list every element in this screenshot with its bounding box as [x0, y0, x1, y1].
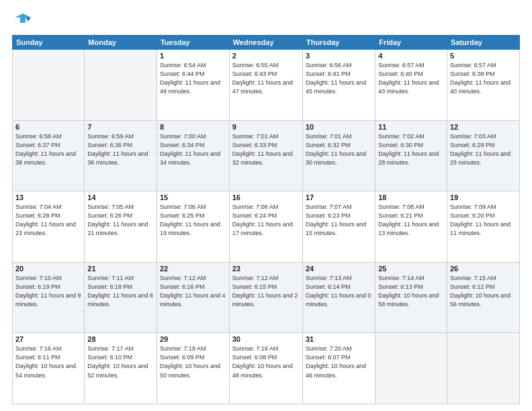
weekday-header: Monday — [85, 36, 157, 50]
calendar-cell: 2Sunrise: 6:55 AM Sunset: 6:43 PM Daylig… — [229, 50, 302, 121]
day-info: Sunrise: 7:18 AM Sunset: 6:09 PM Dayligh… — [160, 345, 226, 379]
day-info: Sunrise: 7:19 AM Sunset: 6:08 PM Dayligh… — [232, 345, 300, 379]
calendar-cell: 7Sunrise: 6:59 AM Sunset: 6:36 PM Daylig… — [85, 120, 157, 191]
day-number: 28 — [87, 335, 154, 343]
calendar-cell: 26Sunrise: 7:15 AM Sunset: 6:12 PM Dayli… — [447, 262, 519, 333]
day-info: Sunrise: 6:55 AM Sunset: 6:43 PM Dayligh… — [232, 61, 300, 96]
day-info: Sunrise: 7:00 AM Sunset: 6:34 PM Dayligh… — [160, 132, 226, 167]
weekday-header: Saturday — [447, 36, 519, 50]
logo-bird-icon — [13, 11, 32, 30]
page: SundayMondayTuesdayWednesdayThursdayFrid… — [0, 0, 532, 411]
calendar-cell: 24Sunrise: 7:13 AM Sunset: 6:14 PM Dayli… — [302, 262, 375, 333]
day-number: 7 — [87, 123, 154, 131]
day-number: 24 — [306, 265, 372, 273]
day-info: Sunrise: 7:15 AM Sunset: 6:12 PM Dayligh… — [450, 274, 517, 309]
day-number: 2 — [232, 52, 300, 60]
calendar-cell: 28Sunrise: 7:17 AM Sunset: 6:10 PM Dayli… — [85, 333, 157, 404]
day-number: 10 — [306, 123, 372, 131]
day-info: Sunrise: 6:58 AM Sunset: 6:37 PM Dayligh… — [15, 132, 81, 167]
calendar-cell: 16Sunrise: 7:06 AM Sunset: 6:24 PM Dayli… — [229, 191, 302, 263]
day-number: 11 — [378, 123, 444, 131]
calendar-cell — [13, 50, 85, 121]
day-info: Sunrise: 7:06 AM Sunset: 6:24 PM Dayligh… — [232, 203, 300, 238]
day-number: 15 — [160, 193, 226, 201]
day-number: 12 — [450, 123, 517, 131]
day-info: Sunrise: 7:02 AM Sunset: 6:30 PM Dayligh… — [378, 132, 444, 167]
day-info: Sunrise: 6:57 AM Sunset: 6:40 PM Dayligh… — [378, 61, 444, 96]
calendar-cell: 8Sunrise: 7:00 AM Sunset: 6:34 PM Daylig… — [157, 120, 229, 191]
day-info: Sunrise: 6:59 AM Sunset: 6:36 PM Dayligh… — [87, 132, 154, 167]
day-number: 31 — [306, 335, 372, 343]
calendar-cell: 17Sunrise: 7:07 AM Sunset: 6:23 PM Dayli… — [302, 191, 375, 263]
day-info: Sunrise: 7:01 AM Sunset: 6:32 PM Dayligh… — [306, 132, 372, 167]
day-info: Sunrise: 7:04 AM Sunset: 6:28 PM Dayligh… — [15, 203, 81, 238]
day-info: Sunrise: 7:01 AM Sunset: 6:33 PM Dayligh… — [232, 132, 300, 167]
day-info: Sunrise: 7:11 AM Sunset: 6:18 PM Dayligh… — [87, 274, 154, 309]
day-number: 17 — [306, 193, 372, 201]
weekday-header: Tuesday — [157, 36, 229, 50]
calendar-cell: 21Sunrise: 7:11 AM Sunset: 6:18 PM Dayli… — [85, 262, 157, 333]
calendar-cell: 22Sunrise: 7:12 AM Sunset: 6:16 PM Dayli… — [157, 262, 229, 333]
day-number: 21 — [87, 265, 154, 273]
day-number: 29 — [160, 335, 226, 343]
weekday-header: Wednesday — [229, 36, 302, 50]
calendar-cell: 29Sunrise: 7:18 AM Sunset: 6:09 PM Dayli… — [157, 333, 229, 404]
day-info: Sunrise: 7:08 AM Sunset: 6:21 PM Dayligh… — [378, 203, 444, 238]
day-number: 3 — [306, 52, 372, 60]
day-number: 20 — [15, 265, 81, 273]
calendar-cell: 5Sunrise: 6:57 AM Sunset: 6:38 PM Daylig… — [447, 50, 519, 121]
day-number: 30 — [232, 335, 300, 343]
day-info: Sunrise: 7:06 AM Sunset: 6:25 PM Dayligh… — [160, 203, 226, 238]
calendar-cell: 20Sunrise: 7:10 AM Sunset: 6:19 PM Dayli… — [13, 262, 85, 333]
day-info: Sunrise: 6:56 AM Sunset: 6:41 PM Dayligh… — [306, 61, 372, 96]
weekday-header: Sunday — [13, 36, 85, 50]
calendar-cell: 19Sunrise: 7:09 AM Sunset: 6:20 PM Dayli… — [447, 191, 519, 263]
calendar-cell: 3Sunrise: 6:56 AM Sunset: 6:41 PM Daylig… — [302, 50, 375, 121]
day-number: 14 — [87, 193, 154, 201]
calendar-cell: 9Sunrise: 7:01 AM Sunset: 6:33 PM Daylig… — [229, 120, 302, 191]
day-number: 8 — [160, 123, 226, 131]
header — [12, 11, 520, 30]
calendar-cell: 15Sunrise: 7:06 AM Sunset: 6:25 PM Dayli… — [157, 191, 229, 263]
day-number: 4 — [378, 52, 444, 60]
day-info: Sunrise: 7:10 AM Sunset: 6:19 PM Dayligh… — [15, 274, 81, 309]
day-info: Sunrise: 7:03 AM Sunset: 6:29 PM Dayligh… — [450, 132, 517, 167]
calendar-cell — [85, 50, 157, 121]
day-number: 23 — [232, 265, 300, 273]
day-number: 26 — [450, 265, 517, 273]
calendar-cell: 31Sunrise: 7:20 AM Sunset: 6:07 PM Dayli… — [302, 333, 375, 404]
day-info: Sunrise: 7:13 AM Sunset: 6:14 PM Dayligh… — [306, 274, 372, 309]
day-number: 19 — [450, 193, 517, 201]
day-number: 22 — [160, 265, 226, 273]
calendar-cell: 27Sunrise: 7:16 AM Sunset: 6:11 PM Dayli… — [13, 333, 85, 404]
day-number: 1 — [160, 52, 226, 60]
day-number: 27 — [15, 335, 81, 343]
day-info: Sunrise: 7:12 AM Sunset: 6:16 PM Dayligh… — [160, 274, 226, 309]
calendar-cell: 12Sunrise: 7:03 AM Sunset: 6:29 PM Dayli… — [447, 120, 519, 191]
calendar-cell: 13Sunrise: 7:04 AM Sunset: 6:28 PM Dayli… — [13, 191, 85, 263]
day-info: Sunrise: 7:09 AM Sunset: 6:20 PM Dayligh… — [450, 203, 517, 238]
calendar-cell: 6Sunrise: 6:58 AM Sunset: 6:37 PM Daylig… — [13, 120, 85, 191]
calendar-cell: 11Sunrise: 7:02 AM Sunset: 6:30 PM Dayli… — [375, 120, 447, 191]
logo — [12, 11, 32, 30]
calendar-cell: 18Sunrise: 7:08 AM Sunset: 6:21 PM Dayli… — [375, 191, 447, 263]
day-number: 9 — [232, 123, 300, 131]
svg-marker-1 — [26, 17, 31, 21]
day-info: Sunrise: 7:20 AM Sunset: 6:07 PM Dayligh… — [306, 345, 372, 379]
day-number: 16 — [232, 193, 300, 201]
day-info: Sunrise: 7:17 AM Sunset: 6:10 PM Dayligh… — [87, 345, 154, 379]
calendar-cell — [447, 333, 519, 404]
calendar-cell: 1Sunrise: 6:54 AM Sunset: 6:44 PM Daylig… — [157, 50, 229, 121]
day-number: 25 — [378, 265, 444, 273]
calendar-table: SundayMondayTuesdayWednesdayThursdayFrid… — [12, 35, 520, 404]
calendar-cell: 14Sunrise: 7:05 AM Sunset: 6:26 PM Dayli… — [85, 191, 157, 263]
day-number: 6 — [15, 123, 81, 131]
day-info: Sunrise: 7:12 AM Sunset: 6:15 PM Dayligh… — [232, 274, 300, 309]
day-info: Sunrise: 7:14 AM Sunset: 6:13 PM Dayligh… — [378, 274, 444, 309]
day-info: Sunrise: 6:57 AM Sunset: 6:38 PM Dayligh… — [450, 61, 517, 96]
day-number: 18 — [378, 193, 444, 201]
day-info: Sunrise: 7:16 AM Sunset: 6:11 PM Dayligh… — [15, 345, 81, 379]
calendar-cell: 30Sunrise: 7:19 AM Sunset: 6:08 PM Dayli… — [229, 333, 302, 404]
calendar-cell: 10Sunrise: 7:01 AM Sunset: 6:32 PM Dayli… — [302, 120, 375, 191]
day-info: Sunrise: 7:05 AM Sunset: 6:26 PM Dayligh… — [87, 203, 154, 238]
